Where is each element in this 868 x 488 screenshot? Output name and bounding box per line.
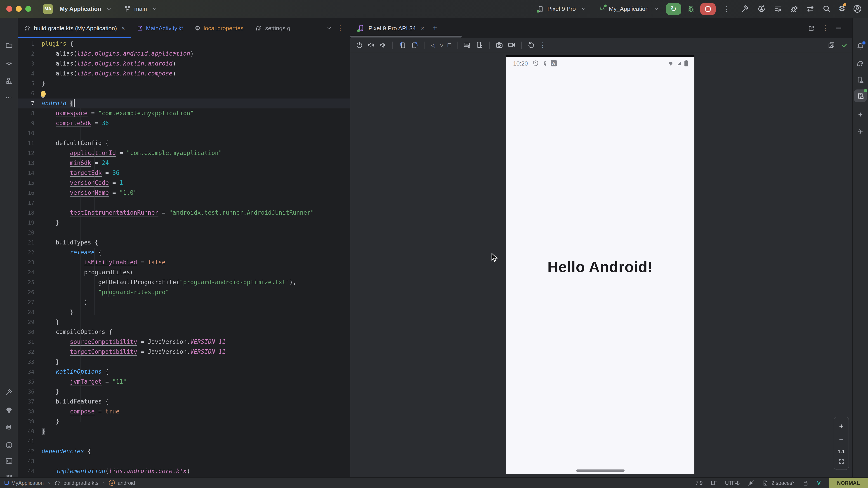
gradle-tool-icon[interactable]	[857, 60, 864, 68]
minimize-window-button[interactable]	[16, 6, 22, 12]
code-line-8[interactable]: 8 namespace = "com.example.myapplication…	[18, 108, 350, 119]
code-line-43[interactable]: 43	[18, 456, 350, 466]
code-line-37[interactable]: 37 buildFeatures {	[18, 397, 350, 407]
gemini-sparkle-icon[interactable]: ✦	[857, 111, 863, 119]
tab-mainactivity-kt[interactable]: MainActivity.kt	[131, 18, 189, 38]
volume-up-icon[interactable]	[368, 41, 375, 48]
logcat-cat-icon[interactable]	[5, 424, 13, 432]
tab-pixel-9-pro-api-34[interactable]: Pixel 9 Pro API 34 ×	[356, 24, 426, 32]
problems-icon[interactable]	[5, 441, 13, 449]
code-line-30[interactable]: 30 compileOptions {	[18, 327, 350, 337]
indent-widget[interactable]: 2 spaces*	[772, 480, 794, 486]
tab-scrollbar[interactable]	[350, 36, 462, 37]
code-line-22[interactable]: 22 release {	[18, 248, 350, 258]
code-line-36[interactable]: 36 }	[18, 387, 350, 397]
code-line-13[interactable]: 13 minSdk = 24	[18, 158, 350, 168]
code-line-16[interactable]: 16 versionName = "1.0"	[18, 188, 350, 198]
code-line-15[interactable]: 15 versionCode = 1	[18, 178, 350, 188]
vim-plugin-icon[interactable]: V	[817, 480, 821, 486]
emulator-screen[interactable]: 10:20 A Hello Android!	[506, 55, 694, 474]
panel-options-kebab[interactable]: ⋮	[822, 24, 829, 32]
code-line-27[interactable]: 27 )	[18, 297, 350, 307]
code-line-39[interactable]: 39 }	[18, 417, 350, 427]
rotate-right-icon[interactable]	[411, 41, 418, 49]
zoom-out-button[interactable]: −	[839, 435, 844, 445]
tab-local-properties[interactable]: ⚙ local.properties	[189, 18, 249, 38]
debug-button[interactable]	[687, 5, 695, 13]
code-line-21[interactable]: 21 buildTypes {	[18, 238, 350, 248]
attach-debugger-icon[interactable]	[790, 4, 798, 13]
back-icon[interactable]: ◁	[431, 42, 435, 48]
device-selector[interactable]: Pixel 9 Pro	[537, 5, 585, 12]
code-line-42[interactable]: 42dependencies {	[18, 447, 350, 456]
project-widget[interactable]: MA My Application	[43, 4, 110, 14]
commit-icon[interactable]	[5, 59, 13, 67]
code-line-14[interactable]: 14 targetSdk = 36	[18, 168, 350, 178]
device-settings-icon[interactable]	[475, 41, 483, 49]
code-line-10[interactable]: 10	[18, 128, 350, 138]
code-line-4[interactable]: 4 alias(libs.plugins.kotlin.compose)	[18, 69, 350, 78]
show-keyboard-icon[interactable]	[463, 41, 471, 49]
run-configuration-selector[interactable]: My_Application	[598, 5, 657, 12]
screen-record-icon[interactable]	[508, 41, 515, 49]
vim-mode-badge[interactable]: NORMAL	[829, 478, 868, 488]
build-tool-icon[interactable]	[5, 388, 13, 396]
app-quality-insights-gem-icon[interactable]	[5, 406, 13, 414]
device-streaming-icon[interactable]	[806, 4, 815, 13]
code-line-2[interactable]: 2 alias(libs.plugins.android.application…	[18, 49, 350, 59]
line-ending-widget[interactable]: LF	[711, 480, 717, 486]
project-folder-icon[interactable]	[5, 41, 13, 49]
gradle-sync-icon[interactable]	[757, 4, 766, 13]
code-line-5[interactable]: 5}	[18, 78, 350, 89]
stop-button[interactable]	[700, 3, 716, 15]
settings-gear-icon[interactable]: ⚙	[839, 4, 846, 13]
vcs-branch-widget[interactable]: main	[124, 5, 156, 12]
zoom-ratio-button[interactable]: 1:1	[838, 449, 845, 454]
zoom-fit-icon[interactable]	[838, 458, 844, 465]
code-line-9[interactable]: 9 compileSdk = 36	[18, 119, 350, 128]
code-line-23[interactable]: 23 isMinifyEnabled = false	[18, 258, 350, 267]
code-line-28[interactable]: 28 }	[18, 307, 350, 317]
device-more-kebab[interactable]: ⋮	[539, 41, 546, 49]
code-line-25[interactable]: 25 getDefaultProguardFile("proguard-andr…	[18, 278, 350, 287]
notifications-bell-icon[interactable]	[857, 42, 864, 50]
tab-settings-gradle[interactable]: settings.g	[249, 18, 296, 38]
code-line-35[interactable]: 35 jvmTarget = "11"	[18, 377, 350, 387]
tab-build-gradle-kts[interactable]: build.gradle.kts (My Application) ×	[18, 18, 131, 38]
hide-panel-icon[interactable]	[836, 28, 841, 28]
tab-options-kebab[interactable]: ⋮	[337, 24, 344, 32]
code-line-19[interactable]: 19 }	[18, 218, 350, 228]
code-line-38[interactable]: 38 compose = true	[18, 407, 350, 417]
terminal-icon[interactable]	[5, 457, 13, 465]
code-line-7[interactable]: 7android {	[18, 98, 350, 108]
encoding-widget[interactable]: UTF-8	[725, 480, 740, 486]
rerun-button[interactable]: ↻	[666, 3, 681, 15]
screenshot-camera-icon[interactable]	[495, 41, 503, 49]
breadcrumb[interactable]: MyApplication › build.gradle.kts › λ and…	[4, 480, 135, 486]
code-line-41[interactable]: 41	[18, 436, 350, 447]
lock-icon[interactable]	[802, 480, 809, 486]
zoom-in-button[interactable]: +	[839, 422, 844, 431]
volume-down-icon[interactable]	[379, 41, 386, 48]
user-profile-icon[interactable]	[853, 4, 862, 13]
code-line-18[interactable]: 18 testInstrumentationRunner = "androidx…	[18, 208, 350, 218]
intention-bulb-icon[interactable]	[41, 91, 46, 97]
code-line-29[interactable]: 29 }	[18, 317, 350, 327]
plane-icon[interactable]: ✈	[857, 128, 863, 136]
display-clone-icon[interactable]	[828, 41, 835, 48]
code-line-33[interactable]: 33 }	[18, 357, 350, 367]
rotate-left-icon[interactable]	[399, 41, 406, 49]
code-line-24[interactable]: 24 proguardFiles(	[18, 267, 350, 278]
open-in-new-window-icon[interactable]	[808, 25, 815, 31]
close-icon[interactable]: ×	[421, 24, 425, 32]
code-line-17[interactable]: 17	[18, 198, 350, 208]
structure-icon[interactable]	[5, 77, 13, 85]
more-tool-windows-icon[interactable]: ⋯	[5, 94, 12, 102]
device-manager-icon[interactable]	[857, 76, 864, 84]
home-icon[interactable]: ○	[439, 41, 443, 48]
code-line-40[interactable]: 40}	[18, 427, 350, 436]
code-line-44[interactable]: 44 implementation(libs.androidx.core.ktx…	[18, 466, 350, 476]
code-line-26[interactable]: 26 "proguard-rules.pro"	[18, 287, 350, 297]
code-line-12[interactable]: 12 applicationId = "com.example.myapplic…	[18, 148, 350, 158]
maximize-window-button[interactable]	[25, 6, 31, 12]
